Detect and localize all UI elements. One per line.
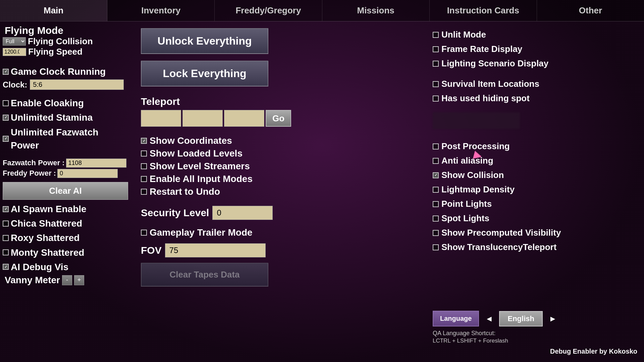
flying-collision-row: Full None Flying Collision (3, 36, 128, 47)
unlimited-stamina-label: Unlimited Stamina (11, 111, 93, 124)
show-coordinates-checkbox[interactable] (141, 138, 147, 144)
gameplay-trailer-row: Gameplay Trailer Mode (141, 227, 416, 238)
ai-debug-vis-row: AI Debug Vis (3, 260, 128, 274)
unlimited-stamina-checkbox[interactable] (3, 115, 9, 121)
ai-spawn-checkbox[interactable] (3, 206, 9, 212)
security-level-input[interactable] (212, 206, 273, 220)
ai-spawn-label: AI Spawn Enable (11, 202, 87, 216)
show-precomputed-checkbox[interactable] (433, 230, 439, 236)
content-area: Flying Mode Full None Flying Collision F… (0, 21, 644, 362)
language-button[interactable]: Language (433, 311, 479, 326)
anti-aliasing-row: Anti aliasing (433, 154, 637, 167)
unlit-mode-checkbox[interactable] (433, 32, 439, 38)
tab-main[interactable]: Main (0, 0, 107, 21)
freddy-power-label: Freddy Power : (3, 169, 56, 178)
chica-shattered-checkbox[interactable] (3, 221, 9, 227)
post-processing-checkbox[interactable] (433, 143, 439, 149)
show-loaded-levels-checkbox[interactable] (141, 150, 147, 157)
vanny-minus-button[interactable]: - (62, 275, 72, 285)
tab-inventory[interactable]: Inventory (107, 0, 215, 21)
teleport-z-input[interactable] (224, 110, 264, 127)
roxy-shattered-checkbox[interactable] (3, 235, 9, 241)
roxy-shattered-label: Roxy Shattered (11, 231, 79, 244)
clock-input[interactable] (30, 79, 124, 90)
center-panel: Unlock Everything Lock Everything Telepo… (131, 21, 426, 362)
unlit-mode-row: Unlit Mode (433, 28, 637, 41)
show-translucency-checkbox[interactable] (433, 244, 439, 250)
show-loaded-levels-row: Show Loaded Levels (141, 148, 416, 159)
language-section: Language ◄ English ► QA Language Shortcu… (433, 304, 637, 355)
flying-speed-input[interactable] (3, 48, 26, 56)
enable-all-input-checkbox[interactable] (141, 176, 147, 182)
lighting-scenario-checkbox[interactable] (433, 61, 439, 67)
show-collision-row: Show Collision (433, 169, 637, 182)
spot-lights-label: Spot Lights (441, 212, 489, 225)
point-lights-label: Point Lights (441, 197, 492, 210)
spot-lights-checkbox[interactable] (433, 216, 439, 222)
flying-collision-label: Flying Collision (28, 36, 93, 47)
show-collision-label: Show Collision (441, 169, 504, 182)
clear-tapes-button[interactable]: Clear Tapes Data (141, 263, 268, 287)
show-collision-checkbox[interactable] (433, 172, 439, 178)
language-prev-button[interactable]: ◄ (482, 313, 496, 325)
frame-rate-checkbox[interactable] (433, 46, 439, 52)
language-display: English (499, 311, 543, 326)
freddy-power-input[interactable] (57, 169, 118, 178)
lighting-scenario-row: Lighting Scenario Display (433, 57, 637, 70)
has-used-hiding-row: Has used hiding spot (433, 92, 637, 105)
vanny-plus-button[interactable]: + (74, 275, 84, 285)
nav-tabs: Main Inventory Freddy/Gregory Missions I… (0, 0, 644, 21)
flying-section: Flying Mode Full None Flying Collision F… (3, 25, 128, 57)
anti-aliasing-checkbox[interactable] (433, 158, 439, 164)
clear-ai-button[interactable]: Clear AI (3, 182, 128, 200)
fazwatch-power-input[interactable] (66, 159, 126, 168)
tab-instruction-cards[interactable]: Instruction Cards (430, 0, 537, 21)
point-lights-checkbox[interactable] (433, 201, 439, 207)
teleport-x-input[interactable] (141, 110, 181, 127)
lightmap-density-label: Lightmap Density (441, 183, 515, 196)
teleport-inputs: Go (141, 110, 416, 127)
restart-undo-label: Restart to Undo (150, 186, 220, 197)
lightmap-density-checkbox[interactable] (433, 187, 439, 193)
language-next-button[interactable]: ► (546, 313, 559, 325)
monty-shattered-row: Monty Shattered (3, 246, 128, 259)
flying-mode-label: Flying Mode (5, 25, 63, 36)
survival-item-checkbox[interactable] (433, 81, 439, 87)
show-loaded-levels-label: Show Loaded Levels (150, 148, 243, 159)
right-panel: Unlit Mode Frame Rate Display Lighting S… (426, 21, 644, 362)
flying-collision-dropdown[interactable]: Full None (3, 37, 26, 46)
frame-rate-row: Frame Rate Display (433, 43, 637, 56)
show-level-streamers-checkbox[interactable] (141, 163, 147, 169)
enable-cloaking-label: Enable Cloaking (11, 97, 84, 110)
has-used-hiding-checkbox[interactable] (433, 96, 439, 102)
lock-everything-button[interactable]: Lock Everything (141, 61, 268, 86)
qa-shortcut-label: QA Language Shortcut: (433, 330, 637, 337)
chica-shattered-label: Chica Shattered (11, 217, 82, 230)
ai-spawn-row: AI Spawn Enable (3, 202, 128, 216)
center-checkboxes: Show Coordinates Show Loaded Levels Show… (141, 135, 416, 197)
monty-shattered-checkbox[interactable] (3, 249, 9, 255)
teleport-go-button[interactable]: Go (266, 110, 291, 127)
gameplay-trailer-label: Gameplay Trailer Mode (150, 227, 253, 238)
fov-input[interactable] (165, 243, 266, 257)
gameplay-trailer-checkbox[interactable] (141, 230, 147, 236)
ai-debug-vis-checkbox[interactable] (3, 264, 9, 270)
frame-rate-label: Frame Rate Display (441, 43, 522, 56)
enable-all-input-label: Enable All Input Modes (150, 174, 253, 184)
language-row: Language ◄ English ► (433, 311, 637, 326)
fazwatch-power-label: Fazwatch Power : (3, 159, 65, 167)
show-level-streamers-label: Show Level Streamers (150, 161, 250, 172)
tab-missions[interactable]: Missions (322, 0, 430, 21)
game-clock-checkbox[interactable] (3, 69, 9, 75)
teleport-y-input[interactable] (182, 110, 223, 127)
unlimited-fazwatch-checkbox[interactable] (3, 136, 9, 142)
enable-cloaking-checkbox[interactable] (3, 100, 9, 106)
spot-lights-row: Spot Lights (433, 212, 637, 225)
tab-freddy[interactable]: Freddy/Gregory (215, 0, 322, 21)
restart-undo-row: Restart to Undo (141, 186, 416, 197)
tab-other[interactable]: Other (537, 0, 644, 21)
enable-all-input-row: Enable All Input Modes (141, 174, 416, 184)
survival-item-label: Survival Item Locations (441, 77, 539, 90)
unlock-everything-button[interactable]: Unlock Everything (141, 28, 268, 54)
restart-undo-checkbox[interactable] (141, 189, 147, 195)
